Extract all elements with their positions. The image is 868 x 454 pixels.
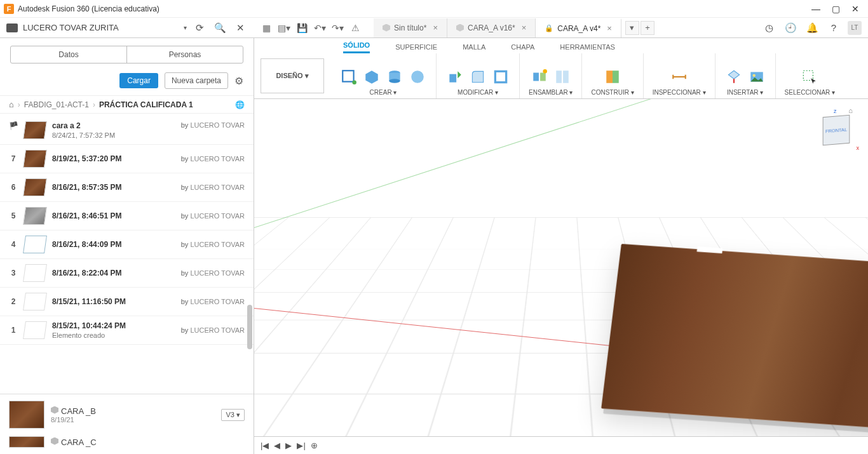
tabs-dropdown-button[interactable]: ▾ bbox=[625, 21, 639, 35]
version-item[interactable]: 4 8/16/21, 8:44:09 PM by LUCERO TOVAR bbox=[0, 230, 254, 259]
tab-personas[interactable]: Personas bbox=[127, 46, 243, 63]
tab-solido[interactable]: SÓLIDO bbox=[343, 41, 370, 53]
shell-icon[interactable] bbox=[491, 67, 510, 86]
axis-label-z: z bbox=[834, 108, 837, 114]
redo-icon[interactable]: ↷▾ bbox=[332, 22, 343, 34]
breadcrumb: ⌂ › FABDIG_01-ACT-1 › PRÁCTICA CALIFICAD… bbox=[0, 95, 254, 114]
grid-apps-icon[interactable]: ▦ bbox=[261, 22, 272, 34]
timeline-end-icon[interactable]: ⊕ bbox=[311, 441, 318, 450]
version-item[interactable]: 3 8/16/21, 8:22:04 PM by LUCERO TOVAR bbox=[0, 259, 254, 288]
tab-malla[interactable]: MALLA bbox=[463, 43, 485, 53]
team-icon bbox=[6, 23, 18, 32]
notifications-icon[interactable]: 🔔 bbox=[804, 20, 820, 36]
thumbnail bbox=[23, 178, 47, 196]
presspull-icon[interactable] bbox=[445, 67, 465, 86]
user-avatar[interactable]: LT bbox=[848, 21, 862, 35]
version-item[interactable]: 6 8/16/21, 8:57:35 PM by LUCERO TOVAR bbox=[0, 173, 254, 202]
sphere-icon[interactable] bbox=[408, 67, 427, 86]
version-author: by LUCERO TOVAR bbox=[175, 269, 245, 277]
load-button[interactable]: Cargar bbox=[119, 73, 158, 88]
tab-superficie[interactable]: SUPERFICIE bbox=[395, 43, 437, 53]
group-label[interactable]: SELECCIONAR ▾ bbox=[785, 89, 835, 96]
globe-icon[interactable]: 🌐 bbox=[235, 100, 245, 109]
cylinder-icon[interactable] bbox=[385, 67, 404, 86]
assemble-icon[interactable] bbox=[530, 67, 549, 86]
file-menu-icon[interactable]: ▤▾ bbox=[278, 22, 290, 34]
svg-point-4 bbox=[389, 79, 400, 83]
version-picker[interactable]: V3 ▾ bbox=[221, 409, 245, 421]
home-icon[interactable]: ⌂ bbox=[9, 100, 14, 109]
breadcrumb-folder[interactable]: PRÁCTICA CALIFICADA 1 bbox=[99, 100, 193, 109]
group-label[interactable]: INSERTAR ▾ bbox=[727, 89, 763, 96]
warning-icon[interactable]: ⚠ bbox=[349, 22, 361, 34]
job-status-icon[interactable]: 🕘 bbox=[783, 20, 798, 36]
version-list: 🏴 cara a 2 8/24/21, 7:57:32 PM by LUCERO… bbox=[0, 114, 254, 394]
select-icon[interactable] bbox=[800, 67, 819, 86]
close-icon[interactable]: × bbox=[607, 23, 612, 33]
team-name[interactable]: LUCERO TOVAR ZURITA bbox=[23, 23, 179, 32]
undo-icon[interactable]: ↶▾ bbox=[314, 22, 325, 34]
group-label[interactable]: CREAR ▾ bbox=[370, 89, 397, 96]
window-maximize-button[interactable]: ▢ bbox=[832, 4, 840, 14]
version-number: 7 bbox=[9, 154, 18, 163]
group-label[interactable]: MODIFICAR ▾ bbox=[458, 89, 498, 96]
version-item[interactable]: 🏴 cara a 2 8/24/21, 7:57:32 PM by LUCERO… bbox=[0, 114, 254, 145]
tab-datos[interactable]: Datos bbox=[11, 46, 127, 63]
version-item[interactable]: 7 8/19/21, 5:37:20 PM by LUCERO TOVAR bbox=[0, 145, 254, 173]
viewport[interactable]: ⌂ z FRONTAL x bbox=[254, 99, 868, 436]
version-number: 2 bbox=[9, 297, 18, 306]
timeline-start-icon[interactable]: |◀ bbox=[261, 441, 269, 450]
version-author: by LUCERO TOVAR bbox=[175, 326, 245, 334]
plane-icon[interactable] bbox=[603, 67, 622, 86]
extensions-icon[interactable]: ◷ bbox=[761, 20, 776, 36]
timeline-fwd-icon[interactable]: ▶| bbox=[297, 441, 305, 450]
group-label[interactable]: CONSTRUIR ▾ bbox=[591, 89, 634, 96]
home-view-icon[interactable]: ⌂ bbox=[848, 107, 853, 114]
doctab-cara-a-v16[interactable]: CARA_A v16* × bbox=[447, 18, 536, 37]
version-author: by LUCERO TOVAR bbox=[175, 121, 245, 129]
group-label[interactable]: INSPECCIONAR ▾ bbox=[653, 89, 706, 96]
design-card[interactable]: CARA _B 8/19/21 V3 ▾ bbox=[0, 394, 254, 435]
timeline-play-icon[interactable]: ▶ bbox=[285, 441, 292, 450]
breadcrumb-project[interactable]: FABDIG_01-ACT-1 bbox=[24, 100, 89, 109]
fillet-icon[interactable] bbox=[468, 67, 487, 86]
close-icon[interactable]: × bbox=[433, 23, 438, 32]
tab-herramientas[interactable]: HERRAMIENTAS bbox=[560, 43, 615, 53]
save-icon[interactable]: 💾 bbox=[296, 22, 308, 34]
sketch-icon[interactable] bbox=[339, 67, 358, 86]
timeline-controls: |◀ ◀ ▶ ▶| ⊕ bbox=[254, 436, 868, 454]
joint-icon[interactable] bbox=[553, 67, 572, 86]
search-button[interactable]: 🔍 bbox=[212, 20, 227, 36]
version-item[interactable]: 2 8/15/21, 11:16:50 PM by LUCERO TOVAR bbox=[0, 288, 254, 316]
version-item[interactable]: 1 8/15/21, 10:44:24 PM Elemento creado b… bbox=[0, 316, 254, 345]
measure-icon[interactable] bbox=[670, 67, 689, 86]
model-part[interactable] bbox=[601, 244, 868, 436]
close-icon[interactable]: × bbox=[522, 23, 527, 32]
separator-icon: › bbox=[93, 100, 95, 109]
tab-chapa[interactable]: CHAPA bbox=[511, 43, 534, 53]
derive-icon[interactable] bbox=[724, 67, 743, 86]
viewcube[interactable]: ⌂ z FRONTAL x bbox=[817, 112, 855, 150]
timeline-back-icon[interactable]: ◀ bbox=[274, 441, 280, 450]
window-minimize-button[interactable]: ― bbox=[811, 4, 820, 14]
refresh-button[interactable]: ⟳ bbox=[192, 20, 207, 36]
chevron-down-icon[interactable]: ▾ bbox=[184, 24, 187, 31]
design-card[interactable]: CARA _C bbox=[0, 435, 254, 454]
new-tab-button[interactable]: + bbox=[641, 21, 654, 35]
doctab-cara-a-v4[interactable]: 🔒 CARA_A v4* × bbox=[536, 18, 621, 37]
doctab-label: CARA_A v16* bbox=[468, 23, 515, 32]
help-icon[interactable]: ? bbox=[826, 20, 841, 36]
svg-rect-8 bbox=[533, 73, 539, 81]
doctab-untitled[interactable]: Sin título* × bbox=[374, 18, 447, 37]
version-item[interactable]: 5 8/16/21, 8:46:51 PM by LUCERO TOVAR bbox=[0, 202, 254, 230]
viewcube-face[interactable]: FRONTAL bbox=[823, 115, 850, 146]
new-folder-button[interactable]: Nueva carpeta bbox=[165, 72, 228, 89]
gear-icon[interactable]: ⚙ bbox=[234, 75, 243, 87]
box-icon[interactable] bbox=[362, 67, 381, 86]
group-label[interactable]: ENSAMBLAR ▾ bbox=[529, 89, 573, 96]
scrollbar-thumb[interactable] bbox=[247, 305, 252, 349]
window-close-button[interactable]: ✕ bbox=[851, 4, 859, 14]
panel-close-button[interactable]: ✕ bbox=[233, 20, 248, 36]
workspace-dropdown[interactable]: DISEÑO ▾ bbox=[261, 58, 324, 93]
image-icon[interactable] bbox=[747, 67, 766, 86]
